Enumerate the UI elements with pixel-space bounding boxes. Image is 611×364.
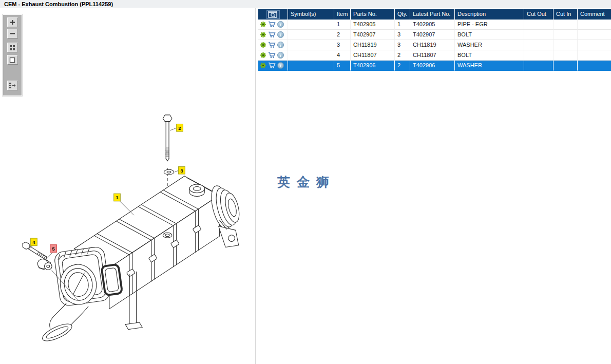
- callout-5-highlighted[interactable]: 5: [50, 245, 57, 253]
- callout-1[interactable]: 1: [114, 194, 121, 201]
- svg-text:3: 3: [180, 168, 183, 174]
- comment-cell: [577, 50, 611, 61]
- symbols-cell: [288, 30, 334, 40]
- latest-part-cell: CH11819: [410, 40, 454, 50]
- description-cell: PIPE - EGR: [454, 20, 524, 30]
- description-cell: WASHER: [454, 61, 524, 71]
- comment-cell: [577, 20, 611, 30]
- latest-part-cell: CH11807: [410, 50, 454, 61]
- info-icon[interactable]: i: [277, 62, 284, 69]
- page-title: CEM - Exhaust Combustion (PPL114259): [0, 0, 611, 8]
- parts-no-cell: T402907: [350, 30, 394, 40]
- gear-icon[interactable]: [260, 42, 266, 48]
- comment-cell: [577, 30, 611, 40]
- bolt-part-drawing: [163, 115, 172, 161]
- table-header: Symbol(s) Item Parts No. Qty. Latest Par…: [258, 9, 611, 20]
- description-cell: BOLT: [454, 30, 524, 40]
- document-magnifier-icon: [268, 11, 278, 18]
- cut-in-cell: [553, 40, 577, 50]
- parts-list-panel: Symbol(s) Item Parts No. Qty. Latest Par…: [258, 9, 611, 364]
- header-preview-col: [258, 9, 288, 20]
- col-latest-part-no: Latest Part No.: [410, 9, 454, 20]
- description-cell: BOLT: [454, 50, 524, 61]
- info-icon[interactable]: i: [277, 42, 284, 48]
- comment-cell: [577, 40, 611, 50]
- callout-3[interactable]: 3: [179, 166, 185, 174]
- symbols-cell: [288, 50, 334, 61]
- item-cell: 2: [334, 30, 350, 40]
- col-cut-in: Cut In: [553, 9, 577, 20]
- qty-cell: 2: [394, 61, 410, 71]
- info-icon[interactable]: i: [277, 31, 284, 38]
- col-parts-no: Parts No.: [350, 9, 394, 20]
- cut-out-cell: [524, 30, 553, 40]
- row-actions: i: [258, 20, 288, 30]
- description-cell: WASHER: [454, 40, 524, 50]
- qty-cell: 1: [394, 20, 410, 30]
- col-cut-out: Cut Out: [524, 9, 553, 20]
- cart-icon[interactable]: [268, 52, 276, 59]
- svg-text:5: 5: [52, 246, 55, 252]
- table-row[interactable]: i 4 CH11807 2 CH11807 BOLT: [258, 50, 611, 61]
- table-row[interactable]: i 3 CH11819 3 CH11819 WASHER: [258, 40, 611, 50]
- cart-icon[interactable]: [268, 31, 276, 38]
- gear-icon[interactable]: [260, 21, 266, 28]
- lower-pipe: [41, 303, 88, 344]
- parts-no-cell: CH11807: [350, 50, 394, 61]
- row-actions: i: [258, 50, 288, 61]
- info-icon[interactable]: i: [277, 52, 284, 59]
- parts-no-cell: T402906: [350, 61, 394, 71]
- cut-in-cell: [553, 30, 577, 40]
- assembly-title: CEM - Exhaust Combustion (PPL114259): [4, 1, 113, 7]
- symbols-cell: [288, 61, 334, 71]
- symbols-cell: [288, 20, 334, 30]
- outlet-port: [101, 264, 122, 296]
- latest-part-cell: T402906: [410, 61, 454, 71]
- latest-part-cell: T402905: [410, 20, 454, 30]
- qty-cell: 2: [394, 50, 410, 61]
- cut-out-cell: [524, 20, 553, 30]
- callout-4[interactable]: 4: [31, 238, 37, 246]
- comment-cell: [577, 61, 611, 71]
- cut-out-cell: [524, 61, 553, 71]
- cart-icon[interactable]: [268, 21, 276, 28]
- gear-icon[interactable]: [260, 31, 266, 38]
- parts-no-cell: T402905: [350, 20, 394, 30]
- info-icon[interactable]: i: [277, 21, 284, 28]
- col-symbols: Symbol(s): [288, 9, 334, 20]
- cart-icon[interactable]: [268, 42, 276, 48]
- row-actions: i: [258, 30, 288, 40]
- parts-no-cell: CH11819: [350, 40, 394, 50]
- item-cell: 1: [334, 20, 350, 30]
- gear-icon[interactable]: [260, 62, 266, 69]
- panel-divider[interactable]: [255, 8, 256, 364]
- table-row-selected[interactable]: i 5 T402906 2 T402906 WASHER: [258, 61, 611, 71]
- cut-in-cell: [553, 61, 577, 71]
- preview-icon-button[interactable]: [266, 10, 280, 19]
- callout-2[interactable]: 2: [177, 124, 183, 131]
- item-cell: 3: [334, 40, 350, 50]
- cut-out-cell: [524, 50, 553, 61]
- row-actions: i: [258, 40, 288, 50]
- latest-part-cell: T402907: [410, 30, 454, 40]
- svg-text:1: 1: [116, 195, 119, 200]
- col-comment: Comment: [577, 9, 611, 20]
- col-item: Item: [334, 9, 350, 20]
- gear-icon[interactable]: [260, 52, 266, 59]
- illustration-panel: 1 2 3 4 5: [0, 8, 255, 364]
- svg-text:4: 4: [32, 239, 35, 245]
- symbols-cell: [288, 40, 334, 50]
- table-row[interactable]: i 1 T402905 1 T402905 PIPE - EGR: [258, 20, 611, 30]
- col-description: Description: [454, 9, 524, 20]
- row-actions: i: [258, 61, 288, 71]
- cut-out-cell: [524, 40, 553, 50]
- item-cell: 4: [334, 50, 350, 61]
- cut-in-cell: [553, 20, 577, 30]
- item-cell: 5: [334, 61, 350, 71]
- cut-in-cell: [553, 50, 577, 61]
- qty-cell: 3: [394, 40, 410, 50]
- table-row[interactable]: i 2 T402907 3 T402907 BOLT: [258, 30, 611, 40]
- col-qty: Qty.: [394, 9, 410, 20]
- cart-icon[interactable]: [268, 62, 276, 69]
- svg-text:2: 2: [178, 125, 181, 131]
